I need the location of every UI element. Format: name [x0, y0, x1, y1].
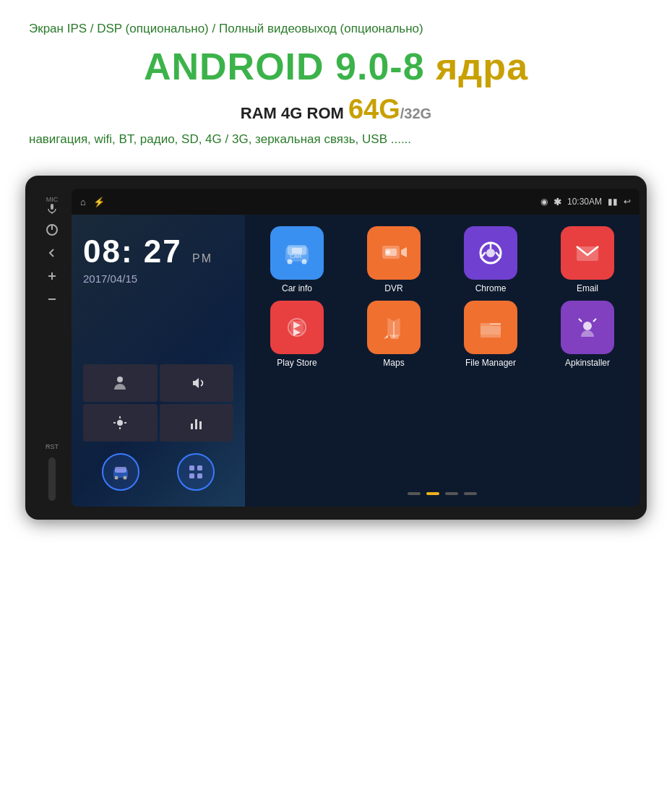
- home-icon[interactable]: ⌂: [80, 197, 86, 207]
- ram-row: RAM 4G ROM 64G/32G: [29, 94, 643, 125]
- svg-point-8: [117, 420, 123, 426]
- dvr-icon-bg: [367, 226, 421, 280]
- back-button[interactable]: [46, 245, 59, 261]
- location-icon: ◉: [540, 197, 548, 207]
- svg-marker-44: [389, 335, 400, 339]
- svg-point-34: [386, 250, 390, 254]
- nav-icons: [83, 449, 233, 495]
- power-button[interactable]: [46, 222, 59, 238]
- svg-rect-13: [191, 424, 193, 429]
- clock-date: 2017/04/15: [83, 272, 233, 285]
- status-right: ◉ ✱ 10:30AM ▮▮ ↩: [540, 197, 631, 207]
- play-store-label: Play Store: [277, 358, 316, 368]
- device-wrapper: MIC: [25, 176, 647, 520]
- subtitle: Экран IPS / DSP (опционально) / Полный в…: [29, 22, 643, 36]
- side-panel: MIC: [33, 189, 72, 507]
- svg-rect-17: [115, 467, 126, 473]
- features-text: навигация, wifi, BT, радио, SD, 4G / 3G,…: [29, 132, 643, 147]
- device-outer: MIC: [25, 176, 647, 520]
- svg-rect-15: [199, 421, 202, 429]
- svg-rect-22: [189, 473, 194, 478]
- play-store-icon-bg: [270, 301, 324, 354]
- tile-brightness[interactable]: [83, 404, 158, 442]
- app-grid: CAR Car info: [252, 226, 632, 368]
- quick-tiles: [83, 364, 233, 442]
- maps-label: Maps: [383, 358, 404, 368]
- app-chrome[interactable]: Chrome: [446, 226, 535, 293]
- usb-icon: ⚡: [93, 197, 105, 207]
- clock-widget: 08: 27 PM 2017/04/15: [83, 233, 233, 285]
- vol-down-button[interactable]: [46, 291, 59, 307]
- apkinstaller-icon-bg: [561, 301, 614, 354]
- svg-point-19: [124, 476, 127, 480]
- app-apkinstaller[interactable]: Apkinstaller: [543, 301, 632, 368]
- car-info-icon-bg: CAR: [270, 226, 324, 280]
- android-title-prefix: ANDROID 9.0-8: [144, 46, 436, 87]
- back-icon[interactable]: ↩: [624, 197, 631, 207]
- clock-ampm: PM: [192, 252, 212, 265]
- vol-up-button[interactable]: [46, 268, 59, 284]
- app-dvr[interactable]: DVR: [349, 226, 439, 293]
- time-display: 10:30AM: [567, 197, 602, 207]
- app-play-store[interactable]: Play Store: [252, 301, 342, 368]
- mic-label: MIC: [46, 196, 59, 203]
- bluetooth-icon: ✱: [553, 197, 561, 207]
- app-car-info[interactable]: CAR Car info: [252, 226, 342, 293]
- screen-content: 08: 27 PM 2017/04/15: [72, 215, 639, 507]
- app-file-manager[interactable]: File Manager: [446, 301, 535, 368]
- rst-label: RST: [46, 443, 59, 450]
- svg-point-28: [302, 259, 307, 265]
- email-icon-bg: [561, 226, 614, 280]
- rom-alt: /32G: [400, 106, 431, 121]
- email-label: Email: [577, 283, 598, 293]
- android-title-cores: ядра: [436, 46, 528, 87]
- car-info-label: Car info: [282, 283, 312, 293]
- apkinstaller-label: Apkinstaller: [565, 358, 610, 368]
- svg-text:CAR: CAR: [290, 253, 302, 259]
- mic-icon: [46, 203, 58, 215]
- dot-2[interactable]: [426, 492, 439, 495]
- svg-point-7: [117, 377, 123, 382]
- svg-line-48: [593, 319, 596, 322]
- page-dots: [252, 492, 632, 495]
- maps-icon-bg: [367, 301, 421, 354]
- svg-line-47: [579, 319, 582, 322]
- svg-rect-45: [481, 326, 501, 335]
- clock-time: 08: 27 PM: [83, 233, 233, 270]
- battery-icon: ▮▮: [608, 197, 618, 207]
- tile-notifications[interactable]: [83, 364, 158, 402]
- status-left: ⌂ ⚡: [80, 197, 105, 207]
- dot-3[interactable]: [445, 492, 458, 495]
- svg-rect-0: [51, 204, 53, 210]
- svg-point-27: [288, 259, 293, 265]
- app-grid-area: CAR Car info: [245, 215, 639, 507]
- ram-prefix: RAM 4G ROM: [241, 104, 348, 122]
- file-manager-label: File Manager: [465, 358, 516, 368]
- clock-minute: 27: [134, 233, 182, 269]
- clock-hour: 08:: [83, 233, 134, 269]
- dot-1[interactable]: [408, 492, 421, 495]
- tile-equalizer[interactable]: [160, 404, 234, 442]
- svg-rect-14: [195, 419, 197, 429]
- widget-area: 08: 27 PM 2017/04/15: [72, 215, 245, 507]
- file-manager-icon-bg: [464, 301, 517, 354]
- tile-volume[interactable]: [160, 364, 234, 402]
- header-section: Экран IPS / DSP (опционально) / Полный в…: [0, 0, 672, 168]
- nav-grid-button[interactable]: [177, 453, 215, 491]
- app-email[interactable]: Email: [543, 226, 632, 293]
- android-title: ANDROID 9.0-8 ядра: [29, 45, 643, 88]
- dot-4[interactable]: [464, 492, 477, 495]
- svg-point-36: [486, 249, 495, 257]
- dvr-label: DVR: [384, 283, 402, 293]
- nav-car-button[interactable]: [102, 453, 139, 491]
- status-bar: ⌂ ⚡ ◉ ✱ 10:30AM ▮▮ ↩: [72, 189, 639, 215]
- chrome-icon-bg: [464, 226, 517, 280]
- svg-rect-20: [189, 465, 194, 470]
- rom-value: 64G: [348, 94, 400, 124]
- svg-rect-21: [197, 465, 202, 470]
- svg-point-18: [115, 476, 119, 480]
- chrome-label: Chrome: [475, 283, 507, 293]
- svg-marker-32: [401, 247, 407, 257]
- app-maps[interactable]: Maps: [349, 301, 439, 368]
- side-scroll-bar: [48, 457, 56, 501]
